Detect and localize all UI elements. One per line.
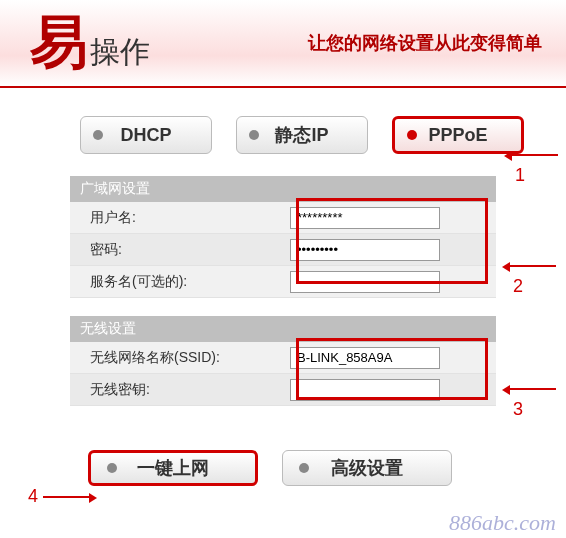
header: 易 操作 让您的网络设置从此变得简单 [0, 0, 566, 88]
password-input[interactable] [290, 239, 440, 261]
tab-static-label: 静态IP [275, 123, 328, 147]
callout-2: 2 [508, 255, 566, 297]
logo-main: 易 [30, 14, 88, 72]
radio-icon [93, 130, 103, 140]
callout-4: 4 [28, 486, 91, 507]
username-input[interactable] [290, 207, 440, 229]
tab-dhcp[interactable]: DHCP [80, 116, 212, 154]
tab-static-ip[interactable]: 静态IP [236, 116, 368, 154]
service-name-label: 服务名(可选的): [70, 273, 290, 291]
wan-section-title: 广域网设置 [70, 176, 496, 202]
watermark: 886abc.com [449, 510, 556, 536]
radio-icon [299, 463, 309, 473]
wifi-key-input[interactable] [290, 379, 440, 401]
tab-pppoe-label: PPPoE [428, 125, 487, 146]
connection-type-tabs: DHCP 静态IP PPPoE [0, 88, 566, 168]
action-buttons: 一键上网 高级设置 [0, 406, 566, 486]
logo-sub: 操作 [90, 32, 150, 73]
radio-icon [107, 463, 117, 473]
service-name-input[interactable] [290, 271, 440, 293]
wireless-settings-section: 无线设置 无线网络名称(SSID): 无线密钥: [70, 316, 496, 406]
ssid-label: 无线网络名称(SSID): [70, 349, 290, 367]
advanced-settings-button[interactable]: 高级设置 [282, 450, 452, 486]
advanced-button-label: 高级设置 [331, 456, 403, 480]
tab-pppoe[interactable]: PPPoE [392, 116, 524, 154]
service-name-row: 服务名(可选的): [70, 266, 496, 298]
wifi-key-row: 无线密钥: [70, 374, 496, 406]
connect-button-label: 一键上网 [137, 456, 209, 480]
password-label: 密码: [70, 241, 290, 259]
tab-dhcp-label: DHCP [120, 125, 171, 146]
connect-button[interactable]: 一键上网 [88, 450, 258, 486]
ssid-input[interactable] [290, 347, 440, 369]
wifi-key-label: 无线密钥: [70, 381, 290, 399]
radio-icon [249, 130, 259, 140]
wan-settings-section: 广域网设置 用户名: 密码: 服务名(可选的): [70, 176, 496, 298]
ssid-row: 无线网络名称(SSID): [70, 342, 496, 374]
radio-icon [407, 130, 417, 140]
wireless-section-title: 无线设置 [70, 316, 496, 342]
password-row: 密码: [70, 234, 496, 266]
username-row: 用户名: [70, 202, 496, 234]
slogan: 让您的网络设置从此变得简单 [308, 31, 542, 55]
logo: 易 操作 [30, 14, 150, 73]
username-label: 用户名: [70, 209, 290, 227]
